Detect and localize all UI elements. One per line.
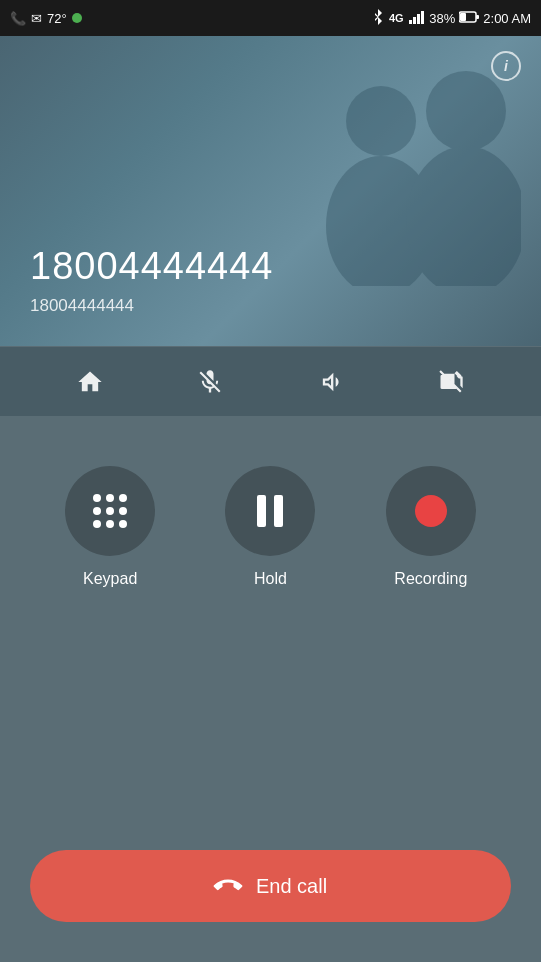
dot-3 xyxy=(119,494,127,502)
svg-rect-4 xyxy=(421,11,424,24)
controls-row: Keypad Hold Recording xyxy=(0,466,541,588)
video-off-button[interactable] xyxy=(429,360,473,404)
recording-control[interactable]: Recording xyxy=(386,466,476,588)
svg-rect-3 xyxy=(417,14,420,24)
pause-bar-right xyxy=(274,495,283,527)
end-call-button[interactable]: End call xyxy=(30,850,511,922)
status-left-icons: 📞 ✉ 72° xyxy=(10,11,82,26)
network-icon: 4G xyxy=(389,10,405,27)
keypad-dots-icon xyxy=(93,494,127,528)
phone-status-icon: 📞 xyxy=(10,11,26,26)
keypad-control[interactable]: Keypad xyxy=(65,466,155,588)
dot-1 xyxy=(93,494,101,502)
svg-point-10 xyxy=(426,71,506,151)
end-call-container: End call xyxy=(30,850,511,922)
pause-bar-left xyxy=(257,495,266,527)
dot-4 xyxy=(93,507,101,515)
time-display: 2:00 AM xyxy=(483,11,531,26)
bluetooth-icon xyxy=(371,9,385,28)
dot-8 xyxy=(106,520,114,528)
recording-circle[interactable] xyxy=(386,466,476,556)
action-row xyxy=(0,346,541,416)
dot-5 xyxy=(106,507,114,515)
signal-indicator xyxy=(72,13,82,23)
status-bar: 📞 ✉ 72° 4G 38% xyxy=(0,0,541,36)
dot-9 xyxy=(119,520,127,528)
temperature-display: 72° xyxy=(47,11,67,26)
end-call-icon xyxy=(208,866,248,906)
call-header: i 18004444444 18004444444 xyxy=(0,36,541,346)
info-button[interactable]: i xyxy=(491,51,521,81)
home-button[interactable] xyxy=(68,360,112,404)
speaker-button[interactable] xyxy=(309,360,353,404)
keypad-circle[interactable] xyxy=(65,466,155,556)
svg-rect-7 xyxy=(476,15,479,19)
svg-point-8 xyxy=(346,86,416,156)
svg-rect-2 xyxy=(413,17,416,24)
keypad-label: Keypad xyxy=(83,570,137,588)
hold-label: Hold xyxy=(254,570,287,588)
signal-bars-icon xyxy=(409,10,425,27)
hold-circle[interactable] xyxy=(225,466,315,556)
battery-percent: 38% xyxy=(429,11,455,26)
svg-point-11 xyxy=(406,146,521,286)
dot-7 xyxy=(93,520,101,528)
recording-label: Recording xyxy=(394,570,467,588)
end-call-label: End call xyxy=(256,875,327,898)
phone-number-primary: 18004444444 xyxy=(30,245,273,288)
main-area: i 18004444444 18004444444 xyxy=(0,36,541,962)
mute-button[interactable] xyxy=(188,360,232,404)
battery-icon xyxy=(459,11,479,26)
svg-rect-1 xyxy=(409,20,412,24)
svg-rect-6 xyxy=(460,13,466,21)
status-right-icons: 4G 38% 2:00 AM xyxy=(371,9,531,28)
dot-6 xyxy=(119,507,127,515)
silhouette-background xyxy=(321,66,521,286)
message-status-icon: ✉ xyxy=(31,11,42,26)
phone-number-secondary: 18004444444 xyxy=(30,296,134,316)
svg-text:4G: 4G xyxy=(389,12,404,24)
record-dot-icon xyxy=(415,495,447,527)
hold-control[interactable]: Hold xyxy=(225,466,315,588)
dot-2 xyxy=(106,494,114,502)
pause-icon xyxy=(257,495,283,527)
